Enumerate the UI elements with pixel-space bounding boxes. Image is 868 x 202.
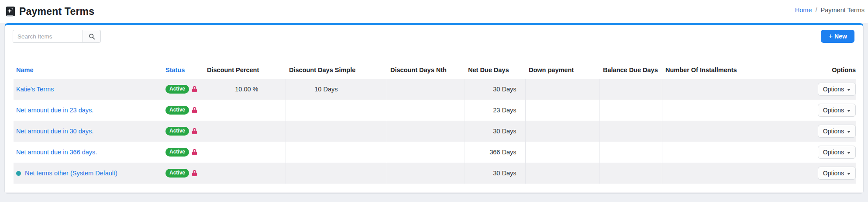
- card-footer: [5, 192, 863, 193]
- cell-discount-days-nth: [387, 79, 465, 100]
- cell-name: Katie's Terms: [14, 79, 165, 100]
- cell-down-payment: [525, 121, 599, 142]
- caret-down-icon: [847, 110, 851, 112]
- search-button[interactable]: [83, 30, 101, 43]
- cell-status: Active: [165, 142, 203, 163]
- plus-icon: +: [828, 32, 833, 40]
- cell-net-due-days: 30 Days: [465, 163, 525, 184]
- caret-down-icon: [847, 131, 851, 133]
- cell-number-of-installments: [662, 79, 762, 100]
- cell-name: Net amount due in 30 days.: [14, 121, 165, 142]
- options-button[interactable]: Options: [818, 146, 856, 159]
- cell-balance-due-days: [599, 142, 662, 163]
- cell-balance-due-days: [599, 163, 662, 184]
- page-title-group: Payment Terms: [4, 6, 94, 17]
- cell-discount-days-simple: [286, 121, 387, 142]
- options-button-label: Options: [823, 128, 844, 135]
- name-link[interactable]: Net amount due in 23 days.: [16, 107, 93, 114]
- payment-terms-table: NameStatusDiscount PercentDiscount Days …: [14, 61, 856, 184]
- cell-number-of-installments: [662, 100, 762, 121]
- cell-net-due-days: 30 Days: [465, 121, 525, 142]
- options-button-label: Options: [823, 170, 844, 177]
- column-header-net_due_days: Net Due Days: [465, 61, 525, 79]
- cell-net-due-days: 30 Days: [465, 79, 525, 100]
- options-button[interactable]: Options: [818, 83, 856, 96]
- name-link[interactable]: Net terms other (System Default): [25, 170, 117, 177]
- cell-discount-days-nth: [387, 100, 465, 121]
- breadcrumb-home-link[interactable]: Home: [795, 7, 812, 14]
- column-header-status[interactable]: Status: [165, 61, 203, 79]
- topbar: Payment Terms Home / Payment Terms: [0, 0, 868, 23]
- table-row: Net terms other (System Default) Active …: [14, 163, 856, 184]
- name-link[interactable]: Katie's Terms: [16, 86, 54, 93]
- cell-options: Options: [762, 79, 856, 100]
- column-header-number_of_installments: Number Of Installments: [662, 61, 762, 79]
- table-header-row: NameStatusDiscount PercentDiscount Days …: [14, 61, 856, 79]
- cell-discount-percent: 10.00 %: [203, 79, 286, 100]
- cell-discount-percent: [203, 142, 286, 163]
- cell-options: Options: [762, 142, 856, 163]
- cell-discount-percent: [203, 121, 286, 142]
- cell-discount-days-simple: [286, 142, 387, 163]
- cell-number-of-installments: [662, 121, 762, 142]
- name-link[interactable]: Net amount due in 30 days.: [16, 128, 93, 135]
- column-header-balance_due_days: Balance Due Days: [599, 61, 662, 79]
- cell-net-due-days: 23 Days: [465, 100, 525, 121]
- status-badge: Active: [165, 106, 189, 115]
- cell-status: Active: [165, 163, 203, 184]
- cell-discount-days-nth: [387, 163, 465, 184]
- lock-icon: [192, 149, 197, 156]
- cell-options: Options: [762, 163, 856, 184]
- table-row: Net amount due in 23 days. Active 23 Day…: [14, 100, 856, 121]
- cell-number-of-installments: [662, 142, 762, 163]
- options-button[interactable]: Options: [818, 104, 856, 117]
- cell-number-of-installments: [662, 163, 762, 184]
- cell-discount-days-simple: [286, 100, 387, 121]
- cell-discount-days-nth: [387, 142, 465, 163]
- column-header-discount_days_simple: Discount Days Simple: [286, 61, 387, 79]
- cell-discount-percent: [203, 100, 286, 121]
- column-header-discount_days_nth: Discount Days Nth: [387, 61, 465, 79]
- column-header-discount_percent: Discount Percent: [203, 61, 286, 79]
- column-header-name[interactable]: Name: [14, 61, 165, 79]
- default-dot-icon: [16, 171, 21, 176]
- cell-balance-due-days: [599, 100, 662, 121]
- lock-icon: [192, 107, 197, 114]
- cell-name: Net amount due in 366 days.: [14, 142, 165, 163]
- page-title: Payment Terms: [19, 6, 94, 17]
- options-button[interactable]: Options: [818, 167, 856, 180]
- cell-balance-due-days: [599, 79, 662, 100]
- cell-discount-percent: [203, 163, 286, 184]
- lock-icon: [192, 86, 197, 93]
- status-badge: Active: [165, 127, 189, 136]
- options-button-label: Options: [823, 86, 844, 93]
- table-row: Net amount due in 366 days. Active 366 D…: [14, 142, 856, 163]
- column-header-down_payment: Down payment: [525, 61, 599, 79]
- cell-status: Active: [165, 121, 203, 142]
- options-button[interactable]: Options: [818, 125, 856, 138]
- breadcrumb-current: Payment Terms: [821, 7, 865, 14]
- table-wrap: NameStatusDiscount PercentDiscount Days …: [14, 61, 854, 184]
- new-button[interactable]: + New: [821, 30, 854, 43]
- cell-options: Options: [762, 100, 856, 121]
- name-link[interactable]: Net amount due in 366 days.: [16, 149, 97, 156]
- new-button-label: New: [834, 33, 847, 40]
- breadcrumb: Home / Payment Terms: [795, 7, 865, 14]
- cell-name: Net amount due in 23 days.: [14, 100, 165, 121]
- column-header-options: Options: [762, 61, 856, 79]
- cell-discount-days-simple: [286, 163, 387, 184]
- cell-name: Net terms other (System Default): [14, 163, 165, 184]
- cell-status: Active: [165, 79, 203, 100]
- caret-down-icon: [847, 152, 851, 154]
- search-input[interactable]: [13, 30, 83, 43]
- search-group: [13, 30, 101, 43]
- lock-icon: [192, 170, 197, 177]
- status-badge: Active: [165, 169, 189, 178]
- cell-balance-due-days: [599, 121, 662, 142]
- table-row: Net amount due in 30 days. Active 30 Day…: [14, 121, 856, 142]
- content-card: + New NameStatusDiscount PercentDiscount…: [4, 23, 864, 194]
- cell-status: Active: [165, 100, 203, 121]
- table-row: Katie's Terms Active 10.00 % 10 Days 30 …: [14, 79, 856, 100]
- toolbar: + New: [5, 25, 863, 43]
- cell-net-due-days: 366 Days: [465, 142, 525, 163]
